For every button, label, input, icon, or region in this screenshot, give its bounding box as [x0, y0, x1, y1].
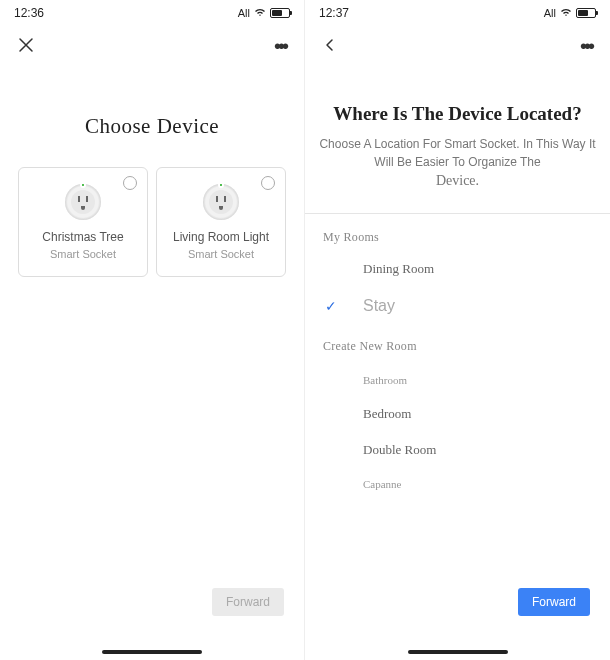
- status-indicators: All: [238, 7, 290, 19]
- status-time: 12:37: [319, 6, 349, 20]
- device-card-living-room-light[interactable]: Living Room Light Smart Socket: [156, 167, 286, 277]
- page-subtitle: Choose A Location For Smart Socket. In T…: [305, 135, 610, 171]
- status-time: 12:36: [14, 6, 44, 20]
- status-bar: 12:37 All: [305, 0, 610, 26]
- room-item-bathroom[interactable]: Bathroom: [323, 364, 592, 396]
- room-item-label: Stay: [363, 297, 395, 314]
- wifi-icon: [254, 7, 266, 19]
- room-list: My Rooms Dining Room ✓ Stay Create New R…: [305, 214, 610, 500]
- my-rooms-header: My Rooms: [323, 230, 592, 245]
- page-title: Choose Device: [0, 114, 304, 139]
- device-type: Smart Socket: [165, 248, 277, 260]
- create-new-room-header: Create New Room: [323, 325, 592, 364]
- room-item-double-room[interactable]: Double Room: [323, 432, 592, 468]
- close-icon[interactable]: [18, 37, 34, 56]
- plug-icon: [65, 184, 101, 220]
- more-icon[interactable]: •••: [274, 35, 286, 58]
- forward-button[interactable]: Forward: [518, 588, 590, 616]
- signal-label: All: [544, 7, 556, 19]
- forward-button[interactable]: Forward: [212, 588, 284, 616]
- battery-icon: [270, 8, 290, 18]
- home-indicator[interactable]: [102, 650, 202, 654]
- plug-icon: [203, 184, 239, 220]
- radio-unselected-icon[interactable]: [123, 176, 137, 190]
- nav-bar: •••: [305, 26, 610, 66]
- device-card-row: Christmas Tree Smart Socket Living Room …: [0, 167, 304, 277]
- screen-choose-device: 12:36 All ••• Choose Device Christmas Tr…: [0, 0, 305, 660]
- radio-unselected-icon[interactable]: [261, 176, 275, 190]
- room-item-capanne[interactable]: Capanne: [323, 468, 592, 500]
- room-item-stay[interactable]: ✓ Stay: [323, 287, 592, 325]
- room-item-dining-room[interactable]: Dining Room: [323, 251, 592, 287]
- device-type: Smart Socket: [27, 248, 139, 260]
- home-indicator[interactable]: [408, 650, 508, 654]
- device-name: Christmas Tree: [27, 230, 139, 244]
- signal-label: All: [238, 7, 250, 19]
- device-name: Living Room Light: [165, 230, 277, 244]
- wifi-icon: [560, 7, 572, 19]
- more-icon[interactable]: •••: [580, 35, 592, 58]
- page-title: Where Is The Device Located?: [305, 102, 610, 127]
- device-card-christmas-tree[interactable]: Christmas Tree Smart Socket: [18, 167, 148, 277]
- check-icon: ✓: [325, 298, 337, 314]
- status-bar: 12:36 All: [0, 0, 304, 26]
- page-subtitle-2: Device.: [305, 173, 610, 189]
- nav-bar: •••: [0, 26, 304, 66]
- back-icon[interactable]: [323, 37, 337, 55]
- screen-device-location: 12:37 All ••• Where Is The Device Locate…: [305, 0, 610, 660]
- status-indicators: All: [544, 7, 596, 19]
- room-item-bedroom[interactable]: Bedroom: [323, 396, 592, 432]
- battery-icon: [576, 8, 596, 18]
